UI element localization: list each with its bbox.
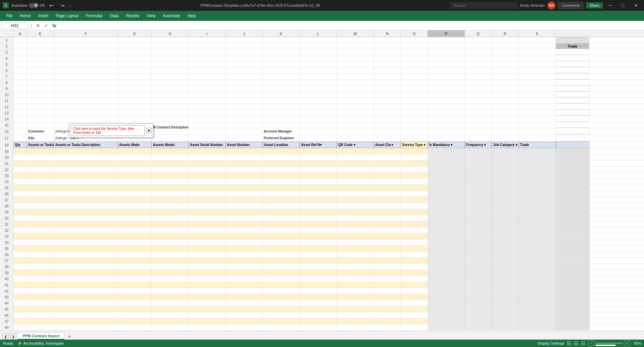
zoom-in-button[interactable]: +	[624, 341, 630, 346]
accessibility-icon: ⚡	[18, 341, 22, 346]
redo-button[interactable]: ↪	[58, 2, 67, 9]
table-row: 41	[0, 282, 644, 288]
header-is-mandatory[interactable]: Is Mandatory ▾	[428, 142, 465, 148]
accessibility-text[interactable]: Accessibility: Investigate	[24, 341, 64, 345]
dropdown-arrow[interactable]: ▼	[146, 128, 152, 133]
sheet-scroll-right[interactable]: ❯	[10, 334, 16, 340]
table-row: 43	[0, 294, 644, 300]
table-row: 29	[0, 209, 644, 215]
table-row: 5	[0, 61, 644, 67]
zoom-slider[interactable]	[595, 343, 622, 344]
col-header-s: S	[519, 30, 556, 37]
table-row: 35	[0, 245, 644, 252]
dropdown-prompt: Click here to input the Service Type, th…	[73, 127, 134, 135]
zoom-control: − + 90%	[588, 341, 641, 346]
header-asset-ref[interactable]: Asset Ref N▾	[300, 142, 337, 148]
header-assets-make[interactable]: Assets Make	[118, 142, 152, 148]
autosave-label: AutoSave	[11, 3, 28, 7]
table-row: 26	[0, 191, 644, 197]
col-header-m: M	[337, 30, 374, 37]
header-asset-number[interactable]: Asset Number	[226, 142, 263, 148]
table-row: 8	[0, 80, 644, 86]
sheet-scroll-left[interactable]: ❮	[3, 334, 9, 340]
menu-file[interactable]: File	[3, 12, 16, 20]
table-row: 25	[0, 185, 644, 191]
title-bar-right: Kirsty Hickman KH Comments Share ─ □ ✕	[450, 0, 641, 11]
sheet-tab-ppm-contract-import[interactable]: PPM Contract Import	[18, 332, 64, 340]
table-row: 44	[0, 300, 644, 306]
menu-home[interactable]: Home	[17, 12, 34, 20]
status-text: Ready	[3, 341, 13, 345]
display-settings-link[interactable]: Display Settings	[538, 341, 564, 345]
header-qr-code[interactable]: QR Code ▾	[337, 142, 374, 148]
menu-page-layout[interactable]: Page Layout	[52, 12, 82, 20]
add-sheet-button[interactable]: +	[66, 334, 73, 340]
service-type-popup: Click here to input the Service Type, th…	[69, 123, 153, 138]
restore-button[interactable]: □	[618, 0, 628, 11]
table-row: 21	[0, 161, 644, 167]
header-job-category[interactable]: Job Category ▾	[492, 142, 519, 148]
table-row: 30	[0, 215, 644, 221]
site-label: Site:	[27, 135, 54, 141]
header-qty[interactable]: Qty	[13, 142, 27, 148]
info-panel-trade-header: Trade	[556, 43, 589, 49]
header-assets-model[interactable]: Assets Model	[152, 142, 189, 148]
header-assets-description[interactable]: Assets or Tasks Description	[54, 142, 118, 148]
table-row: 40	[0, 276, 644, 282]
formula-input[interactable]	[59, 23, 643, 29]
menu-view[interactable]: View	[143, 12, 159, 20]
minimize-button[interactable]: ─	[606, 0, 616, 11]
status-bar: Ready ⚡ Accessibility: Investigate Displ…	[0, 340, 644, 347]
share-button[interactable]: Share	[586, 2, 603, 8]
autosave-switch[interactable]	[29, 3, 38, 8]
menu-data[interactable]: Data	[107, 12, 122, 20]
function-icon[interactable]: fx	[51, 23, 58, 28]
zoom-level: 90%	[631, 341, 641, 345]
col-header-q: Q	[465, 30, 492, 37]
autosave-state: Off	[40, 3, 44, 7]
view-normal-icon[interactable]: ☷	[567, 341, 571, 346]
rows-container: 1 2Trade 3 4	[0, 37, 644, 330]
search-input[interactable]	[450, 2, 517, 9]
cell-reference-input[interactable]	[1, 22, 28, 29]
undo-button[interactable]: ↩	[47, 2, 56, 9]
menu-formulas[interactable]: Formulas	[83, 12, 106, 20]
header-asset-class[interactable]: Asset Cla ▾	[374, 142, 401, 148]
col-header-p: P	[428, 30, 465, 37]
col-header-l: L	[300, 30, 337, 37]
close-button[interactable]: ✕	[631, 0, 641, 11]
view-page-layout-icon[interactable]: ☷	[574, 341, 578, 346]
table-row: 19	[0, 148, 644, 154]
confirm-formula-icon[interactable]: ✓	[43, 23, 50, 28]
cancel-formula-icon[interactable]: ✕	[35, 23, 41, 28]
formula-divider: |	[30, 23, 33, 28]
menu-insert[interactable]: Insert	[35, 12, 52, 20]
col-header-i: I	[189, 30, 226, 37]
table-row: 20	[0, 154, 644, 161]
col-header-k: K	[263, 30, 300, 37]
table-row: 10	[0, 92, 644, 98]
col-header-j: J	[226, 30, 263, 37]
header-service-type[interactable]: Service Type ▾	[401, 142, 428, 148]
header-trade[interactable]: Trade	[519, 142, 556, 148]
menu-review[interactable]: Review	[123, 12, 142, 20]
table-row: 3	[0, 49, 644, 55]
header-frequency[interactable]: Frequency ▾	[465, 142, 492, 148]
account-manager-label: Account Manager	[263, 128, 300, 135]
header-serial-number[interactable]: Asset Serial Number	[189, 142, 226, 148]
menu-automate[interactable]: Automate	[159, 12, 183, 20]
table-row: 47	[0, 318, 644, 324]
table-row: 1	[0, 37, 644, 43]
title-bar: X AutoSave Off ↩ ↪ | PPMContract-Templat…	[0, 0, 644, 11]
comments-button[interactable]: Comments	[558, 2, 583, 9]
header-assets-tasks[interactable]: Assets or Tasks	[27, 142, 54, 148]
table-row: 7	[0, 74, 644, 80]
table-row-ppm: 18 Qty Assets or Tasks Assets or Tasks D…	[0, 142, 644, 148]
zoom-out-button[interactable]: −	[588, 341, 594, 346]
service-type-dropdown[interactable]: Click here to input the Service Type, th…	[71, 125, 145, 136]
menu-help[interactable]: Help	[184, 12, 199, 20]
autosave-toggle[interactable]: AutoSave Off	[11, 3, 44, 8]
view-page-break-icon[interactable]: ☷	[581, 341, 585, 346]
header-asset-location[interactable]: Asset Location	[263, 142, 300, 148]
table-row: 46	[0, 312, 644, 318]
